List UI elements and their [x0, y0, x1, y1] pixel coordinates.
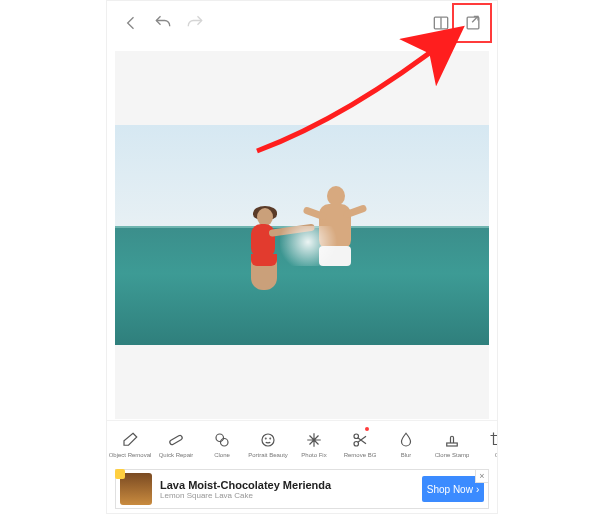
tool-blur[interactable]: Blur [383, 421, 429, 467]
photo [115, 125, 489, 346]
tool-photo-fix[interactable]: Photo Fix [291, 421, 337, 467]
tool-label: Photo Fix [301, 452, 326, 458]
photo-sky [115, 125, 489, 227]
svg-rect-2 [467, 17, 479, 29]
top-toolbar [107, 1, 497, 45]
eraser-icon [120, 430, 140, 450]
tool-label: Remove BG [344, 452, 377, 458]
svg-point-8 [265, 438, 266, 439]
back-button[interactable] [115, 7, 147, 39]
ad-badge-icon [115, 469, 125, 479]
photo-splash [280, 226, 350, 266]
tool-quick-repair[interactable]: Quick Repair [153, 421, 199, 467]
tool-object-removal[interactable]: Object Removal [107, 421, 153, 467]
tool-label: Clone Stamp [435, 452, 470, 458]
export-icon [463, 13, 483, 33]
canvas[interactable] [115, 51, 489, 419]
undo-button[interactable] [147, 7, 179, 39]
tool-remove-bg[interactable]: Remove BG [337, 421, 383, 467]
svg-point-5 [216, 434, 224, 442]
bandage-icon [166, 430, 186, 450]
redo-button[interactable] [179, 7, 211, 39]
ad-subtitle: Lemon Square Lava Cake [160, 491, 414, 500]
ad-banner[interactable]: Lava Moist-Chocolatey Merienda Lemon Squ… [115, 469, 489, 509]
ad-cta-label: Shop Now [427, 484, 473, 495]
ad-title: Lava Moist-Chocolatey Merienda [160, 479, 414, 491]
new-dot-icon [365, 427, 369, 431]
tool-label: Portrait Beauty [248, 452, 288, 458]
export-button[interactable] [457, 7, 489, 39]
tool-crop[interactable]: Cr [475, 421, 497, 467]
ad-text: Lava Moist-Chocolatey Merienda Lemon Squ… [152, 479, 422, 500]
compare-icon [431, 13, 451, 33]
crop-icon [488, 430, 497, 450]
photo-editor-app: Object Removal Quick Repair Clone Portra… [106, 0, 498, 514]
undo-icon [153, 13, 173, 33]
redo-icon [185, 13, 205, 33]
tool-label: Cr [495, 452, 497, 458]
tool-portrait-beauty[interactable]: Portrait Beauty [245, 421, 291, 467]
sparkle-icon [304, 430, 324, 450]
svg-point-6 [221, 439, 229, 447]
bottom-tool-strip[interactable]: Object Removal Quick Repair Clone Portra… [107, 420, 497, 467]
compare-button[interactable] [425, 7, 457, 39]
ad-close-button[interactable]: × [475, 469, 489, 483]
tool-label: Object Removal [109, 452, 152, 458]
chevron-left-icon [121, 13, 141, 33]
svg-rect-4 [169, 435, 183, 446]
chevron-right-icon: › [476, 484, 479, 495]
svg-rect-12 [447, 443, 458, 446]
clone-icon [212, 430, 232, 450]
svg-point-7 [262, 434, 274, 446]
stamp-icon [442, 430, 462, 450]
tool-clone[interactable]: Clone [199, 421, 245, 467]
face-icon [258, 430, 278, 450]
tool-label: Quick Repair [159, 452, 194, 458]
tool-label: Clone [214, 452, 230, 458]
blur-icon [396, 430, 416, 450]
scissors-icon [350, 430, 370, 450]
tool-clone-stamp[interactable]: Clone Stamp [429, 421, 475, 467]
svg-point-9 [270, 438, 271, 439]
tool-label: Blur [401, 452, 412, 458]
